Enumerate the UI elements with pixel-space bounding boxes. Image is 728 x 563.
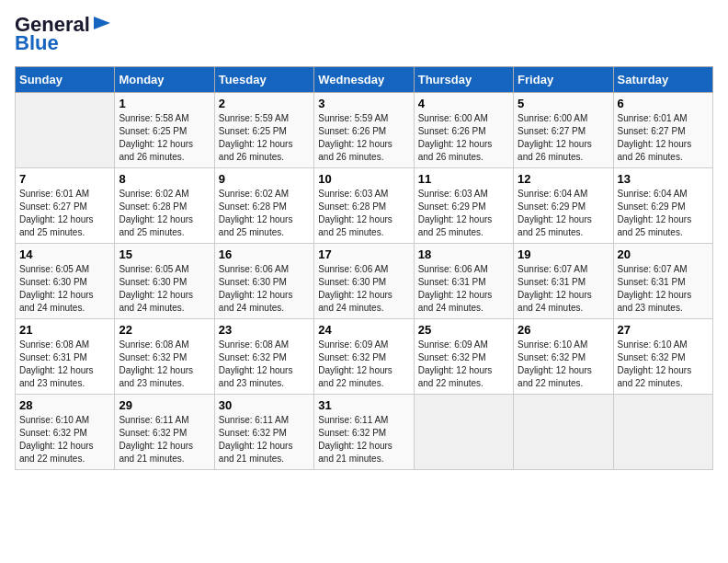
calendar-cell: 7Sunrise: 6:01 AMSunset: 6:27 PMDaylight…: [16, 168, 115, 244]
day-number: 28: [19, 398, 110, 412]
weekday-header-friday: Friday: [514, 67, 613, 93]
calendar-cell: 18Sunrise: 6:06 AMSunset: 6:31 PMDayligh…: [414, 244, 513, 319]
day-info: Sunrise: 6:05 AMSunset: 6:30 PMDaylight:…: [119, 263, 210, 315]
day-info: Sunrise: 6:07 AMSunset: 6:31 PMDaylight:…: [618, 263, 709, 315]
day-info: Sunrise: 6:10 AMSunset: 6:32 PMDaylight:…: [618, 339, 709, 390]
day-info: Sunrise: 6:01 AMSunset: 6:27 PMDaylight:…: [618, 112, 709, 164]
logo-blue-text: Blue: [15, 31, 59, 54]
day-number: 10: [318, 172, 409, 186]
day-number: 23: [219, 323, 310, 337]
day-number: 2: [219, 97, 310, 110]
day-info: Sunrise: 6:11 AMSunset: 6:32 PMDaylight:…: [119, 414, 210, 465]
day-info: Sunrise: 6:00 AMSunset: 6:27 PMDaylight:…: [518, 112, 609, 164]
calendar-cell: 5Sunrise: 6:00 AMSunset: 6:27 PMDaylight…: [514, 93, 613, 168]
day-info: Sunrise: 6:02 AMSunset: 6:28 PMDaylight:…: [119, 188, 210, 239]
day-info: Sunrise: 6:10 AMSunset: 6:32 PMDaylight:…: [19, 414, 110, 465]
week-row-3: 14Sunrise: 6:05 AMSunset: 6:30 PMDayligh…: [16, 244, 713, 319]
day-info: Sunrise: 5:59 AMSunset: 6:26 PMDaylight:…: [318, 112, 409, 164]
day-number: 1: [119, 97, 210, 110]
calendar-cell: 26Sunrise: 6:10 AMSunset: 6:32 PMDayligh…: [514, 319, 613, 395]
calendar-cell: 10Sunrise: 6:03 AMSunset: 6:28 PMDayligh…: [314, 168, 414, 244]
calendar-cell: 24Sunrise: 6:09 AMSunset: 6:32 PMDayligh…: [314, 319, 414, 395]
day-number: 26: [518, 323, 609, 337]
calendar-cell: 2Sunrise: 5:59 AMSunset: 6:25 PMDaylight…: [214, 93, 313, 168]
weekday-header-thursday: Thursday: [414, 67, 513, 93]
day-info: Sunrise: 6:06 AMSunset: 6:30 PMDaylight:…: [219, 263, 310, 315]
day-number: 19: [518, 247, 609, 261]
calendar-cell: 25Sunrise: 6:09 AMSunset: 6:32 PMDayligh…: [414, 319, 513, 395]
weekday-header-wednesday: Wednesday: [314, 67, 414, 93]
week-row-5: 28Sunrise: 6:10 AMSunset: 6:32 PMDayligh…: [16, 395, 713, 470]
day-number: 12: [518, 172, 609, 186]
day-info: Sunrise: 6:02 AMSunset: 6:28 PMDaylight:…: [219, 188, 310, 239]
day-info: Sunrise: 6:00 AMSunset: 6:26 PMDaylight:…: [418, 112, 509, 164]
day-number: 30: [219, 398, 310, 412]
weekday-header-sunday: Sunday: [16, 67, 115, 93]
calendar-cell: 27Sunrise: 6:10 AMSunset: 6:32 PMDayligh…: [613, 319, 712, 395]
day-info: Sunrise: 6:08 AMSunset: 6:32 PMDaylight:…: [119, 339, 210, 390]
weekday-header-saturday: Saturday: [613, 67, 712, 93]
day-number: 15: [119, 247, 210, 261]
week-row-4: 21Sunrise: 6:08 AMSunset: 6:31 PMDayligh…: [16, 319, 713, 395]
day-info: Sunrise: 6:06 AMSunset: 6:31 PMDaylight:…: [418, 263, 509, 315]
day-info: Sunrise: 6:11 AMSunset: 6:32 PMDaylight:…: [219, 414, 310, 465]
weekday-header-tuesday: Tuesday: [214, 67, 313, 93]
calendar-cell: 11Sunrise: 6:03 AMSunset: 6:29 PMDayligh…: [414, 168, 513, 244]
day-number: 17: [318, 247, 409, 261]
day-number: 7: [19, 172, 110, 186]
day-number: 27: [618, 323, 709, 337]
calendar-cell: 31Sunrise: 6:11 AMSunset: 6:32 PMDayligh…: [314, 395, 414, 470]
day-info: Sunrise: 6:09 AMSunset: 6:32 PMDaylight:…: [318, 339, 409, 390]
week-row-1: 1Sunrise: 5:58 AMSunset: 6:25 PMDaylight…: [16, 93, 713, 168]
day-info: Sunrise: 6:10 AMSunset: 6:32 PMDaylight:…: [518, 339, 609, 390]
day-info: Sunrise: 6:11 AMSunset: 6:32 PMDaylight:…: [318, 414, 409, 465]
calendar-cell: 8Sunrise: 6:02 AMSunset: 6:28 PMDaylight…: [115, 168, 214, 244]
day-info: Sunrise: 5:58 AMSunset: 6:25 PMDaylight:…: [119, 112, 210, 164]
day-number: 11: [418, 172, 509, 186]
day-number: 20: [618, 247, 709, 261]
day-number: 3: [318, 97, 409, 110]
day-number: 31: [318, 398, 409, 412]
weekday-header-monday: Monday: [115, 67, 214, 93]
day-info: Sunrise: 6:05 AMSunset: 6:30 PMDaylight:…: [19, 263, 110, 315]
day-number: 14: [19, 247, 110, 261]
day-info: Sunrise: 6:01 AMSunset: 6:27 PMDaylight:…: [19, 188, 110, 239]
calendar-cell: 30Sunrise: 6:11 AMSunset: 6:32 PMDayligh…: [214, 395, 313, 470]
calendar-cell: 19Sunrise: 6:07 AMSunset: 6:31 PMDayligh…: [514, 244, 613, 319]
day-number: 22: [119, 323, 210, 337]
calendar-table: SundayMondayTuesdayWednesdayThursdayFrid…: [15, 66, 713, 470]
calendar-cell: 1Sunrise: 5:58 AMSunset: 6:25 PMDaylight…: [115, 93, 214, 168]
calendar-cell: [613, 395, 712, 470]
day-number: 9: [219, 172, 310, 186]
day-info: Sunrise: 6:08 AMSunset: 6:31 PMDaylight:…: [19, 339, 110, 390]
svg-marker-0: [94, 17, 110, 29]
calendar-cell: 28Sunrise: 6:10 AMSunset: 6:32 PMDayligh…: [16, 395, 115, 470]
calendar-cell: 14Sunrise: 6:05 AMSunset: 6:30 PMDayligh…: [16, 244, 115, 319]
day-info: Sunrise: 6:06 AMSunset: 6:30 PMDaylight:…: [318, 263, 409, 315]
day-info: Sunrise: 5:59 AMSunset: 6:25 PMDaylight:…: [219, 112, 310, 164]
calendar-cell: [414, 395, 513, 470]
day-info: Sunrise: 6:03 AMSunset: 6:29 PMDaylight:…: [418, 188, 509, 239]
calendar-cell: 13Sunrise: 6:04 AMSunset: 6:29 PMDayligh…: [613, 168, 712, 244]
day-number: 5: [518, 97, 609, 110]
logo: General Blue: [15, 15, 112, 55]
day-number: 13: [618, 172, 709, 186]
week-row-2: 7Sunrise: 6:01 AMSunset: 6:27 PMDaylight…: [16, 168, 713, 244]
calendar-cell: 23Sunrise: 6:08 AMSunset: 6:32 PMDayligh…: [214, 319, 313, 395]
day-number: 18: [418, 247, 509, 261]
day-info: Sunrise: 6:08 AMSunset: 6:32 PMDaylight:…: [219, 339, 310, 390]
day-info: Sunrise: 6:04 AMSunset: 6:29 PMDaylight:…: [618, 188, 709, 239]
day-number: 16: [219, 247, 310, 261]
calendar-cell: 3Sunrise: 5:59 AMSunset: 6:26 PMDaylight…: [314, 93, 414, 168]
calendar-cell: 9Sunrise: 6:02 AMSunset: 6:28 PMDaylight…: [214, 168, 313, 244]
day-info: Sunrise: 6:07 AMSunset: 6:31 PMDaylight:…: [518, 263, 609, 315]
day-number: 24: [318, 323, 409, 337]
day-number: 4: [418, 97, 509, 110]
weekday-header-row: SundayMondayTuesdayWednesdayThursdayFrid…: [16, 67, 713, 93]
day-number: 29: [119, 398, 210, 412]
day-number: 8: [119, 172, 210, 186]
calendar-cell: 12Sunrise: 6:04 AMSunset: 6:29 PMDayligh…: [514, 168, 613, 244]
day-number: 25: [418, 323, 509, 337]
calendar-cell: 17Sunrise: 6:06 AMSunset: 6:30 PMDayligh…: [314, 244, 414, 319]
calendar-cell: [514, 395, 613, 470]
